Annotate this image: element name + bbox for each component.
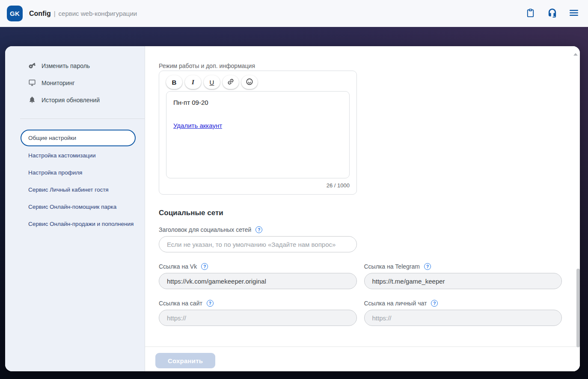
telegram-link-field: Ссылка на Telegram ? <box>364 263 562 289</box>
sidebar-item-label: История обновлений <box>42 97 100 104</box>
menu-icon <box>569 8 579 19</box>
top-actions <box>525 8 581 19</box>
telegram-link-input[interactable] <box>364 273 562 289</box>
app-subtitle: сервис web-конфигурации <box>59 10 137 17</box>
character-counter: 26 / 1000 <box>166 182 350 189</box>
scrollbar-thumb[interactable] <box>576 269 580 347</box>
top-bar: GK Config | сервис web-конфигурации <box>0 0 588 27</box>
help-icon[interactable]: ? <box>431 300 438 307</box>
nav-item-label: Настройка кастомизации <box>28 152 96 159</box>
underline-button[interactable]: U <box>204 75 220 89</box>
sidebar-item-guest-account-service[interactable]: Сервис Личный кабинет гостя <box>5 181 145 198</box>
app-title: Config | сервис web-конфигурации <box>29 10 137 18</box>
headset-icon <box>547 8 557 19</box>
nav-item-label: Общие настройки <box>28 135 76 141</box>
nav-item-label: Сервис Личный кабинет гостя <box>28 187 109 193</box>
field-label-row: Заголовок для социальных сетей ? <box>159 226 357 233</box>
editor-toolbar: B I U <box>166 75 350 89</box>
scrollbar-up-arrow[interactable] <box>573 53 578 56</box>
link-button[interactable] <box>223 75 239 89</box>
italic-button[interactable]: I <box>185 75 201 89</box>
grid-spacer <box>364 226 562 263</box>
title-separator: | <box>54 10 56 17</box>
personal-chat-link-input[interactable] <box>364 310 562 326</box>
field-label-row: Ссылка на сайт ? <box>159 300 357 307</box>
sidebar-item-general-settings[interactable]: Общие настройки <box>21 130 136 146</box>
field-label-row: Ссылка на Telegram ? <box>364 263 562 270</box>
vk-link-field: Ссылка на Vk ? <box>159 263 357 289</box>
sidebar-item-update-history[interactable]: История обновлений <box>5 92 145 109</box>
settings-card: Изменить пароль Мониторинг История об <box>5 46 580 371</box>
support-button[interactable] <box>546 8 558 19</box>
app-logo: GK <box>7 6 23 21</box>
help-icon[interactable]: ? <box>424 263 431 270</box>
bell-icon <box>28 96 36 105</box>
clipboard-icon <box>526 8 535 19</box>
site-link-input[interactable] <box>159 310 357 326</box>
editor-content[interactable]: Пн-пт 09-20 Удалить аккаунт <box>166 91 350 178</box>
nav-item-label: Настройка профиля <box>28 169 82 176</box>
save-button[interactable]: Сохранить <box>155 353 215 368</box>
field-label: Ссылка на Vk <box>159 263 197 270</box>
field-label-row: Ссылка на Vk ? <box>159 263 357 270</box>
editor-label: Режим работы и доп. информация <box>159 62 562 69</box>
app-name: Config <box>29 10 51 18</box>
content-scroll-area: Режим работы и доп. информация B I U <box>145 46 580 346</box>
field-label: Ссылка на Telegram <box>364 263 420 270</box>
field-label-row: Ссылка на личный чат ? <box>364 300 562 307</box>
field-label: Заголовок для социальных сетей <box>159 226 251 233</box>
main-panel: Режим работы и доп. информация B I U <box>145 46 580 371</box>
sidebar-item-monitoring[interactable]: Мониторинг <box>5 74 145 92</box>
sidebar-item-customization[interactable]: Настройка кастомизации <box>5 147 145 164</box>
vk-link-input[interactable] <box>159 273 357 289</box>
help-icon[interactable]: ? <box>201 263 208 270</box>
nav-item-label: Сервис Онлайн-помощник парка <box>28 204 116 210</box>
key-icon <box>28 62 36 71</box>
clipboard-button[interactable] <box>525 8 536 19</box>
delete-account-link[interactable]: Удалить аккаунт <box>173 122 222 129</box>
nav-item-label: Сервис Онлайн-продажи и пополнения <box>28 221 134 227</box>
field-label: Ссылка на сайт <box>159 300 202 307</box>
emoji-icon <box>246 78 253 87</box>
site-link-field: Ссылка на сайт ? <box>159 300 357 326</box>
social-header-input[interactable] <box>159 236 357 252</box>
social-section-heading: Социальные сети <box>159 209 562 217</box>
help-icon[interactable]: ? <box>207 300 214 307</box>
field-label: Ссылка на личный чат <box>364 300 427 307</box>
sidebar-item-label: Изменить пароль <box>42 62 90 69</box>
sidebar-item-change-password[interactable]: Изменить пароль <box>5 57 145 74</box>
help-icon[interactable]: ? <box>255 226 262 233</box>
link-icon <box>227 78 235 87</box>
monitor-icon <box>28 79 36 88</box>
footer-bar: Сохранить <box>145 346 580 371</box>
personal-chat-link-field: Ссылка на личный чат ? <box>364 300 562 326</box>
editor-text-line: Пн-пт 09-20 <box>173 99 342 106</box>
emoji-button[interactable] <box>241 75 258 89</box>
sidebar-item-online-sales-service[interactable]: Сервис Онлайн-продажи и пополнения <box>5 215 145 232</box>
sidebar-divider <box>20 118 145 119</box>
sidebar-item-profile-settings[interactable]: Настройка профиля <box>5 164 145 181</box>
sidebar: Изменить пароль Мониторинг История об <box>5 46 145 371</box>
sidebar-item-park-assistant-service[interactable]: Сервис Онлайн-помощник парка <box>5 198 145 215</box>
menu-button[interactable] <box>568 8 579 19</box>
rich-text-editor: B I U <box>159 71 357 195</box>
social-header-field: Заголовок для социальных сетей ? <box>159 226 357 252</box>
social-fields: Заголовок для социальных сетей ? Ссылка … <box>159 226 562 337</box>
sidebar-item-label: Мониторинг <box>42 80 75 86</box>
bold-button[interactable]: B <box>166 75 182 89</box>
page-background: Изменить пароль Мониторинг История об <box>0 27 588 379</box>
